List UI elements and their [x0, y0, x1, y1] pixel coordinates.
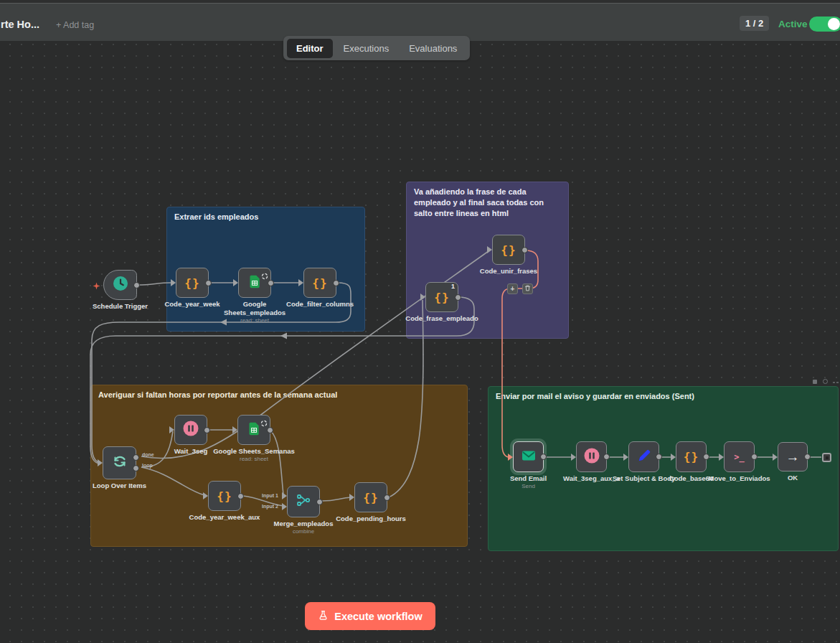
- output-connector[interactable]: [204, 427, 210, 433]
- node-code-frase-empleado[interactable]: {} 1 Code_frase_empleado: [425, 282, 458, 312]
- node-code-base64[interactable]: {} Code_base64: [676, 441, 707, 472]
- node-label: Code_frase_empleado: [405, 314, 478, 322]
- node-code-pending-hours[interactable]: {} Code_pending_hours: [354, 482, 387, 512]
- delete-edge-button[interactable]: [522, 283, 533, 294]
- active-label: Active: [778, 19, 808, 29]
- output-connector[interactable]: [656, 454, 662, 460]
- node-subtitle: read: sheet: [240, 317, 269, 324]
- node-label: Schedule Trigger: [93, 302, 148, 310]
- toggle-knob: [828, 18, 840, 30]
- node-label: Code_base64: [669, 474, 713, 482]
- output-connector-done[interactable]: done: [133, 454, 139, 461]
- input-connector[interactable]: [773, 454, 778, 461]
- workflow-title[interactable]: rte Ho...: [1, 19, 39, 30]
- output-connector[interactable]: [540, 454, 547, 460]
- add-node-on-edge-button[interactable]: +: [507, 283, 518, 294]
- node-label: Set Subject & Body: [613, 474, 676, 482]
- node-schedule-trigger[interactable]: Schedule Trigger: [103, 270, 137, 300]
- node-code-filter-columns[interactable]: {} Code_filter_columns: [303, 268, 336, 298]
- sticky-control-square[interactable]: [813, 380, 817, 384]
- sync-icon: [260, 417, 268, 424]
- output-connector[interactable]: [455, 294, 461, 301]
- sync-icon: [261, 270, 268, 277]
- input-connector-2[interactable]: Input 2: [282, 503, 287, 510]
- node-label: Code_filter_columns: [286, 300, 354, 308]
- node-google-sheets-empleados[interactable]: Google Sheets_empleados read: sheet: [238, 268, 271, 298]
- output-connector[interactable]: [603, 454, 610, 460]
- output-connector-loop[interactable]: loop: [133, 465, 139, 471]
- node-label: OK: [788, 474, 798, 482]
- input-connector[interactable]: [171, 279, 176, 286]
- node-wait-3seg-aux-a[interactable]: Wait_3seg_aux_a: [576, 441, 607, 472]
- clock-icon: [112, 275, 129, 295]
- active-toggle[interactable]: [809, 17, 840, 32]
- add-node-endpoint[interactable]: [822, 453, 831, 462]
- output-connector[interactable]: [316, 499, 323, 505]
- input-connector[interactable]: [232, 426, 237, 433]
- sticky-title: Extraer ids empleados: [174, 212, 357, 222]
- input-connector[interactable]: [508, 454, 513, 461]
- output-connector[interactable]: [804, 454, 811, 460]
- sticky-title: Averiguar si faltan horas por reportar a…: [98, 390, 460, 400]
- node-loop-over-items[interactable]: done loop Loop Over Items: [103, 446, 136, 479]
- node-set-subject-body[interactable]: Set Subject & Body: [628, 441, 659, 472]
- output-connector[interactable]: [333, 280, 339, 286]
- input-connector[interactable]: [169, 426, 174, 433]
- plus-icon: +: [511, 286, 515, 293]
- input-connector[interactable]: [571, 454, 576, 461]
- tab-editor[interactable]: Editor: [287, 39, 333, 58]
- sticky-control-dot: [836, 382, 839, 383]
- input-connector[interactable]: [298, 279, 303, 286]
- add-tag-button[interactable]: + Add tag: [56, 20, 94, 30]
- output-connector[interactable]: [133, 282, 140, 288]
- tab-executions[interactable]: Executions: [334, 39, 399, 58]
- node-label: Loop Over Items: [93, 482, 146, 489]
- node-subtitle: Send: [522, 483, 535, 489]
- input-connector[interactable]: [420, 294, 425, 301]
- node-code-year-week-aux[interactable]: {} Code_year_week_aux: [208, 481, 241, 511]
- input-connector-1[interactable]: Input 1: [282, 492, 287, 499]
- pencil-icon: [636, 448, 652, 466]
- output-connector[interactable]: [522, 247, 528, 253]
- port-label: loop: [142, 463, 153, 468]
- tab-evaluations[interactable]: Evaluations: [400, 39, 466, 58]
- input-connector[interactable]: [487, 246, 492, 253]
- node-merge-empleados[interactable]: Input 1 Input 2 Merge_empleados combine: [287, 486, 320, 517]
- node-google-sheets-semanas[interactable]: Google Sheets_Semanas read: sheet: [237, 415, 270, 445]
- node-label: Merge_empleados: [274, 520, 334, 527]
- node-subtitle: combine: [293, 528, 314, 535]
- node-wait-3seg[interactable]: Wait_3seg: [174, 415, 207, 445]
- input-connector[interactable]: [623, 454, 628, 461]
- code-icon: {}: [363, 491, 378, 504]
- input-connector[interactable]: [719, 454, 724, 461]
- sticky-control-dot: [833, 382, 835, 383]
- code-icon: {}: [312, 276, 327, 290]
- output-connector[interactable]: [205, 280, 212, 286]
- output-connector[interactable]: [268, 280, 274, 286]
- node-code-year-week[interactable]: {} Code_year_week: [176, 268, 209, 298]
- node-send-email[interactable]: Send Email Send: [513, 441, 544, 472]
- input-connector[interactable]: [203, 492, 208, 499]
- node-code-unir-frases[interactable]: {} Code_unir_frases: [492, 235, 525, 265]
- email-icon: [520, 447, 537, 467]
- output-connector[interactable]: [751, 454, 758, 460]
- sticky-title: Va añadiendo la frase de cada empleado y…: [414, 187, 561, 219]
- pause-icon: [182, 420, 199, 440]
- google-sheets-icon: [247, 421, 262, 439]
- input-connector[interactable]: [671, 454, 676, 461]
- execute-workflow-button[interactable]: Execute workflow: [305, 602, 435, 630]
- output-connector[interactable]: [384, 494, 390, 501]
- output-connector[interactable]: [237, 493, 244, 499]
- node-move-to-enviados[interactable]: >_ Move_to_Enviados: [724, 441, 755, 472]
- pagination-badge[interactable]: 1 / 2: [740, 16, 769, 31]
- sticky-control-circle[interactable]: [823, 379, 828, 384]
- input-connector[interactable]: [233, 279, 238, 286]
- node-ok[interactable]: → OK: [778, 442, 808, 471]
- output-connector[interactable]: [267, 427, 273, 433]
- pause-icon: [583, 447, 600, 467]
- input-connector[interactable]: [98, 459, 103, 466]
- input-connector[interactable]: [349, 494, 354, 501]
- output-connector[interactable]: [703, 454, 709, 460]
- node-label: Move_to_Enviados: [708, 474, 770, 482]
- merge-icon: [295, 492, 312, 512]
